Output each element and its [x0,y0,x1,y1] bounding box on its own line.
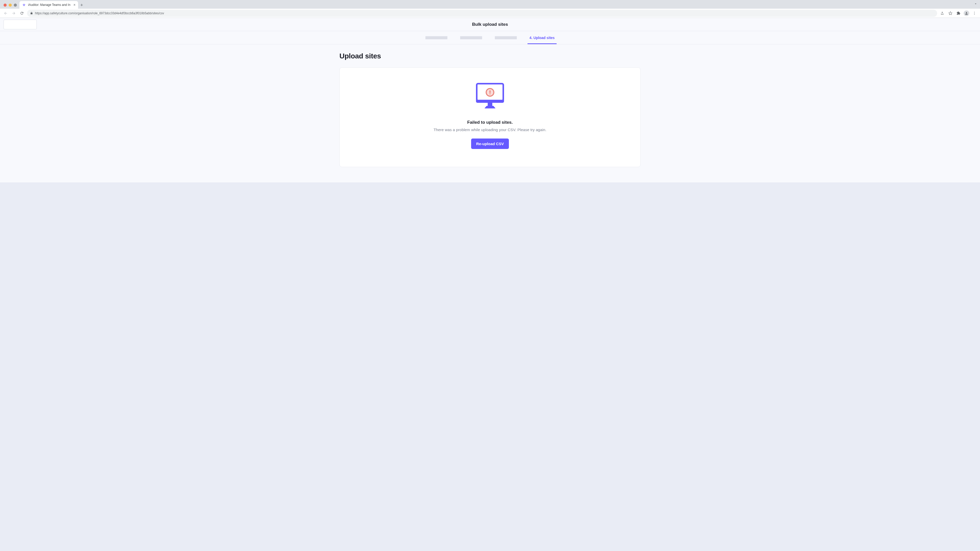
step-3-placeholder[interactable] [495,36,517,39]
back-button[interactable] [3,10,9,16]
new-tab-button[interactable]: + [78,2,85,9]
window-minimize-icon[interactable] [9,3,12,6]
extensions-icon[interactable] [956,10,962,16]
svg-point-1 [974,13,975,13]
monitor-icon [476,83,504,101]
share-icon[interactable] [939,10,945,16]
page-header-title: Bulk upload sites [472,22,508,27]
bookmark-icon[interactable] [947,10,953,16]
window-maximize-icon[interactable] [14,3,17,6]
favicon-icon [22,3,26,7]
page-title: Upload sites [339,52,641,60]
svg-point-0 [974,12,975,12]
step-1-placeholder[interactable] [425,36,447,39]
app-root: Bulk upload sites 4. Upload sites Upload… [0,18,980,183]
window-controls [2,3,19,9]
lock-icon [30,12,33,14]
app-header: Bulk upload sites [0,18,980,31]
step-4-label: 4. Upload sites [530,36,555,40]
step-4-active[interactable]: 4. Upload sites [530,31,555,44]
url-text: https://app.safetyculture.com/organisati… [35,11,164,15]
error-illustration [476,83,504,108]
tabs-menu-icon[interactable] [974,2,977,6]
address-bar[interactable]: https://app.safetyculture.com/organisati… [27,10,937,17]
window-close-icon[interactable] [3,3,6,6]
wizard-steps: 4. Upload sites [0,31,980,44]
page-body: Upload sites Failed to upload sites. The… [0,44,980,183]
browser-chrome: iAuditor: Manage Teams and In × + https:… [0,0,980,18]
svg-point-2 [974,14,975,14]
error-title: Failed to upload sites. [467,120,513,125]
org-logo-placeholder [3,20,37,29]
kebab-menu-icon[interactable] [971,10,977,16]
reload-button[interactable] [19,10,25,16]
browser-toolbar: https://app.safetyculture.com/organisati… [0,9,980,18]
error-description: There was a problem while uploading your… [434,127,546,132]
reupload-button[interactable]: Re-upload CSV [471,138,509,149]
step-2-placeholder[interactable] [460,36,482,39]
browser-tab[interactable]: iAuditor: Manage Teams and In × [19,1,78,9]
tab-strip: iAuditor: Manage Teams and In × + [0,0,980,9]
tab-title: iAuditor: Manage Teams and In [28,3,72,6]
profile-avatar[interactable] [964,11,969,16]
alert-icon [486,88,494,97]
upload-result-card: Failed to upload sites. There was a prob… [339,67,641,167]
close-tab-icon[interactable]: × [73,3,76,7]
forward-button[interactable] [11,10,17,16]
